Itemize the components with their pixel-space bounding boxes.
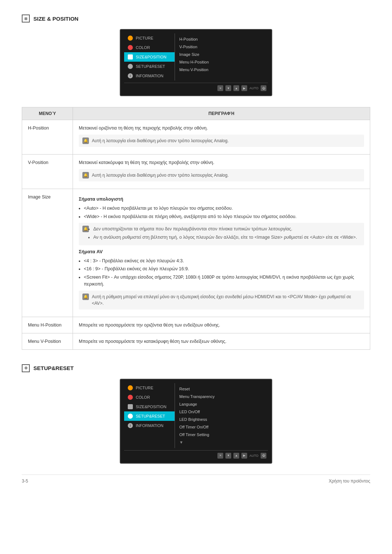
btn-up: ▲ [233,85,239,91]
menu-color: COLOR [124,43,175,52]
size-position-table: ΜΕΝΟΎ ΠΕΡΙΓΡΑΦΉ H-Position Μετακινεί ορι… [22,107,370,350]
menu-label-h-position: H-Position [22,120,73,155]
note-h-position: 🔔 Αυτή η λειτουργία είναι διαθέσιμη μόνο… [79,135,364,147]
menu-picture: PICTURE [124,33,175,43]
sr-btn-power: ⏻ [261,453,266,459]
btn-auto: AUTO [249,85,258,91]
col-desc-header: ΠΕΡΙΓΡΑΦΉ [73,107,370,120]
size-position-heading: ⊞ SIZE & POSITION [22,15,370,22]
sr-btn-right: ▶ [241,453,247,459]
table-row-h-position: H-Position Μετακινεί οριζόντια τη θέση τ… [22,120,370,155]
sr-right-led-onoff: LED On/Off [179,409,264,415]
note-v-position: 🔔 Αυτή η λειτουργία είναι διαθέσιμη μόνο… [79,169,364,181]
table-row-menu-h-position: Menu H-Position Μπορείτε να προσαρμόσετε… [22,317,370,333]
sr-right-language: Language [179,401,264,407]
setup-reset-heading: ⚙ SETUP&RESET [22,364,370,372]
note-icon-4: 🔔 [82,294,89,300]
computer-signals-list: <Auto> - Η εικόνα προβάλλεται με το λόγο… [84,205,364,220]
note-image-size-2: 🔔 Αυτή η ρύθμιση μπορεί να επιλεγεί μόνο… [79,291,364,309]
setup-reset-monitor-image: PICTURE COLOR SIZE&POSITION SETUP&RESET [22,379,370,464]
menu-label-menu-h-position: Menu H-Position [22,317,73,333]
menu-label-menu-v-position: Menu V-Position [22,333,73,349]
setup-reset-title: SETUP&RESET [33,365,74,371]
setup-reset-monitor-display: PICTURE COLOR SIZE&POSITION SETUP&RESET [120,379,272,464]
footer-product-use: Χρήση του προϊόντος [329,479,370,484]
size-position-title: SIZE & POSITION [33,16,78,22]
btn-down: ▼ [225,85,231,91]
sr-right-reset: Reset [179,386,264,392]
note-icon-2: 🔔 [82,172,89,178]
desc-h-position: Μετακινεί οριζόντια τη θέση της περιοχής… [73,120,370,155]
sr-right-offtimer-setting: Off Timer Setting [179,432,264,438]
monitor-display: PICTURE COLOR SIZE&POSITION SETUP&RESET … [120,29,272,96]
sr-right-transparency: Menu Transparency [179,394,264,399]
size-position-monitor-image: PICTURE COLOR SIZE&POSITION SETUP&RESET … [22,29,370,96]
setup-reset-menu-right: Reset Menu Transparency Language LED On/… [175,383,268,448]
desc-menu-h-position: Μπορείτε να προσαρμόσετε την οριζόντια θ… [73,317,370,333]
menu-label-v-position: V-Position [22,155,73,189]
setup-reset-bottom-buttons: ✕ ▼ ▲ ▶ AUTO ⏻ [124,450,268,459]
menu-setup-reset: SETUP&RESET [124,62,175,71]
desc-v-position: Μετακινεί κατακόρυφα τη θέση της περιοχή… [73,155,370,189]
sr-right-offtimer-onoff: Off Timer On/Off [179,424,264,430]
btn-power: ⏻ [261,85,266,91]
table-row-v-position: V-Position Μετακινεί κατακόρυφα τη θέση … [22,155,370,189]
sr-menu-size-position: SIZE&POSITION [124,402,175,411]
monitor-menu: PICTURE COLOR SIZE&POSITION SETUP&RESET … [124,33,268,81]
sr-menu-information: i INFORMATION [124,421,175,430]
right-h-position: H-Position [179,36,264,42]
sr-menu-picture: PICTURE [124,383,175,393]
right-menu-h-position: Menu H-Position [179,59,264,65]
size-position-icon: ⊞ [22,15,30,22]
table-row-image-size: Image Size Σήματα υπολογιστή <Auto> - Η … [22,189,370,317]
monitor-menu-left: PICTURE COLOR SIZE&POSITION SETUP&RESET … [124,33,175,81]
right-image-size: Image Size [179,52,264,57]
table-row-menu-v-position: Menu V-Position Μπορείτε να προσαρμόσετε… [22,333,370,349]
sr-right-arrow: ▼ [179,439,264,445]
sr-btn-auto: AUTO [249,453,258,459]
note-image-size-1: 🔔 Δεν υποστηρίζονται τα σήματα που δεν π… [79,223,364,245]
right-v-position: V-Position [179,44,264,50]
sr-btn-down: ▼ [225,453,231,459]
setup-reset-monitor-menu: PICTURE COLOR SIZE&POSITION SETUP&RESET [124,383,268,448]
sr-menu-setup-reset: SETUP&RESET [124,411,175,421]
sr-btn-x: ✕ [217,453,223,459]
monitor-menu-right: H-Position V-Position Image Size Menu H-… [175,33,268,81]
col-menu-header: ΜΕΝΟΎ [22,107,73,120]
setup-reset-icon: ⚙ [22,364,30,372]
av-signals-list: <4 : 3> - Προβάλλει εικόνες σε λόγο πλευ… [84,258,364,288]
menu-size-position: SIZE&POSITION [124,52,175,62]
monitor-bottom-buttons: ✕ ▼ ▲ ▶ AUTO ⏻ [124,83,268,92]
sr-btn-up: ▲ [233,453,239,459]
page-footer: 3-5 Χρήση του προϊόντος [22,475,370,484]
setup-reset-menu-left: PICTURE COLOR SIZE&POSITION SETUP&RESET [124,383,175,448]
btn-right: ▶ [241,85,247,91]
sr-menu-color: COLOR [124,393,175,402]
desc-image-size: Σήματα υπολογιστή <Auto> - Η εικόνα προβ… [73,189,370,317]
menu-information: i INFORMATION [124,71,175,81]
sr-right-led-brightness: LED Brightness [179,416,264,422]
right-menu-v-position: Menu V-Position [179,67,264,73]
footer-page-number: 3-5 [22,479,28,484]
menu-label-image-size: Image Size [22,189,73,317]
note-icon: 🔔 [82,138,89,144]
desc-menu-v-position: Μπορείτε να προσαρμόσετε την κατακόρυφη … [73,333,370,349]
btn-x: ✕ [217,85,223,91]
